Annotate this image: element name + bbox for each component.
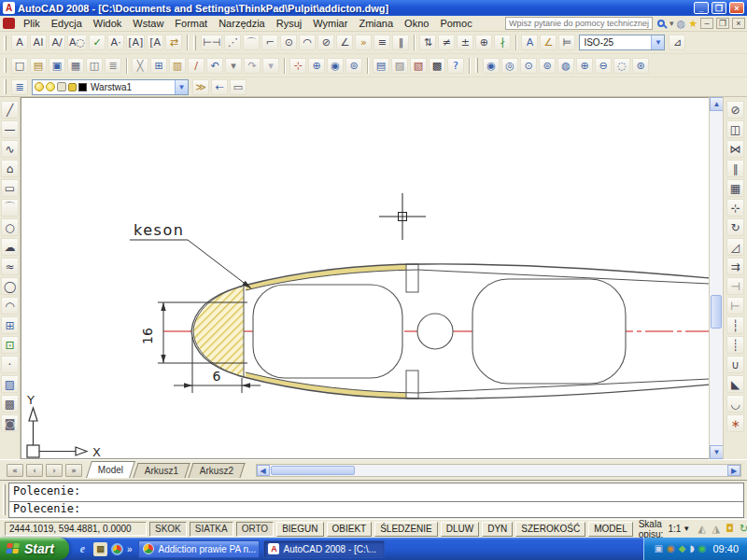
- tab-arkusz2[interactable]: Arkusz2: [189, 463, 246, 478]
- zoom-extents-icon[interactable]: ⊛: [632, 58, 649, 74]
- spell-check-icon[interactable]: ✓: [89, 35, 106, 50]
- ellipse-arc-icon[interactable]: ◠: [1, 297, 19, 315]
- scroll-left-icon[interactable]: ◀: [257, 465, 270, 476]
- vertical-scroll-thumb[interactable]: [711, 295, 722, 329]
- toggle-dyn[interactable]: DYN: [482, 522, 513, 537]
- move-icon[interactable]: ⊹: [726, 199, 744, 217]
- last-tab-icon[interactable]: »: [65, 464, 82, 477]
- toggle-siatka[interactable]: SIATKA: [190, 522, 233, 537]
- arc-icon[interactable]: ⌒: [1, 199, 19, 217]
- make-block-icon[interactable]: ⊡: [1, 336, 19, 354]
- tab-model[interactable]: Model: [86, 461, 135, 478]
- rectangle-icon[interactable]: ▭: [1, 179, 19, 197]
- menu-format[interactable]: Format: [169, 17, 213, 30]
- markup-set-manager-icon[interactable]: ▨: [391, 58, 408, 74]
- arc-length-icon[interactable]: ⌒: [243, 35, 260, 50]
- zoom-window-button-icon[interactable]: ◉: [327, 58, 344, 74]
- break-icon[interactable]: ┊: [726, 336, 744, 354]
- publish-icon[interactable]: ≣: [105, 58, 121, 74]
- stretch-icon[interactable]: ⇉: [726, 258, 744, 275]
- angular-icon[interactable]: ∠: [336, 35, 353, 50]
- menu-rysuj[interactable]: Rysuj: [271, 17, 308, 30]
- scroll-up-icon[interactable]: ▲: [710, 97, 724, 111]
- annotation-scale-value[interactable]: 1:1▼: [666, 524, 692, 534]
- command-history[interactable]: Polecenie:: [8, 483, 744, 502]
- justify-text-icon[interactable]: [A: [147, 35, 163, 50]
- tolerance-icon[interactable]: ±: [457, 35, 473, 50]
- spline-icon[interactable]: ≈: [1, 258, 19, 275]
- tray-settings-icon[interactable]: ↻: [737, 522, 747, 536]
- minimize-button[interactable]: _: [694, 2, 709, 14]
- region-icon[interactable]: ◙: [1, 414, 19, 432]
- tab-arkusz1[interactable]: Arkusz1: [134, 463, 190, 478]
- single-line-text-icon[interactable]: AI: [30, 35, 47, 50]
- quick-dimension-icon[interactable]: »: [355, 35, 372, 50]
- dimension-style-icon[interactable]: ⊿: [669, 35, 685, 50]
- update-icon[interactable]: ◉: [667, 544, 675, 553]
- lock-toolbars-icon[interactable]: ◘: [723, 522, 737, 536]
- redo-dropdown-icon[interactable]: ▾: [262, 58, 279, 74]
- start-button[interactable]: Start: [0, 538, 69, 560]
- communication-center-icon[interactable]: ◍: [677, 18, 686, 30]
- taskbar-task-autocad[interactable]: A AutoCAD 2008 - [C:\...: [263, 540, 385, 558]
- toggle-obiekt[interactable]: OBIEKT: [327, 522, 373, 537]
- horizontal-scroll-thumb[interactable]: [271, 466, 355, 475]
- point-icon[interactable]: ·: [1, 356, 19, 373]
- block-editor-icon[interactable]: ▧: [410, 58, 427, 74]
- command-input[interactable]: Polecenie:: [8, 502, 744, 518]
- find-text-icon[interactable]: A◌: [67, 35, 87, 50]
- zoom-window-icon[interactable]: ◉: [483, 58, 500, 74]
- doc-restore-button[interactable]: ❐: [716, 18, 729, 29]
- linear-dimension-icon[interactable]: ⊢⊣: [201, 35, 222, 50]
- toggle-biegun[interactable]: BIEGUN: [276, 522, 323, 537]
- diameter-icon[interactable]: ⊘: [317, 35, 334, 50]
- insert-block-icon[interactable]: ⊞: [1, 316, 19, 334]
- dimension-text-edit-icon[interactable]: A: [521, 35, 538, 50]
- match-properties-icon[interactable]: ∕: [188, 58, 204, 74]
- taskbar-clock[interactable]: 09:40: [712, 543, 739, 554]
- continue-dimension-icon[interactable]: ‖: [392, 35, 409, 50]
- drawing-canvas[interactable]: keson 16: [21, 97, 709, 459]
- toggle-model[interactable]: MODEL: [588, 522, 633, 537]
- polyline-icon[interactable]: ∿: [1, 140, 19, 158]
- audio-icon[interactable]: ◆: [679, 544, 686, 553]
- dimension-oblique-icon[interactable]: ∠: [540, 35, 557, 50]
- toggle-orto[interactable]: ORTO: [236, 522, 275, 537]
- edit-text-icon[interactable]: A∕: [49, 35, 65, 50]
- command-window-grip[interactable]: [3, 484, 6, 515]
- radius-icon[interactable]: ⊙: [280, 35, 297, 50]
- toggle-dluw[interactable]: DLUW: [441, 522, 479, 537]
- toolbar-grip[interactable]: [4, 79, 7, 94]
- scroll-down-icon[interactable]: ▼: [710, 445, 724, 459]
- paste-icon[interactable]: ▥: [169, 58, 186, 74]
- multiline-text-icon[interactable]: A: [11, 35, 28, 50]
- ellipse-icon[interactable]: ◯: [1, 277, 19, 295]
- quickcalc-icon[interactable]: ▩: [429, 58, 445, 74]
- circle-icon[interactable]: ○: [1, 218, 19, 236]
- layer-freeze-icon[interactable]: [46, 82, 55, 91]
- extend-icon[interactable]: ⊢: [726, 297, 744, 315]
- layer-dropdown[interactable]: Warstwa1 ▼: [32, 79, 189, 95]
- menu-widok[interactable]: Widok: [88, 17, 128, 30]
- zoom-out-icon[interactable]: ⊖: [595, 58, 612, 74]
- aligned-dimension-icon[interactable]: ⋰: [224, 35, 241, 50]
- explode-icon[interactable]: ∗: [726, 414, 744, 432]
- hatch-icon[interactable]: ▨: [1, 375, 19, 393]
- line-icon[interactable]: ╱: [1, 101, 19, 119]
- zoom-scale-icon[interactable]: ⊙: [520, 58, 537, 74]
- join-icon[interactable]: ∪: [726, 356, 744, 373]
- menu-plik[interactable]: Plik: [18, 17, 46, 30]
- cut-icon[interactable]: ╳: [132, 58, 148, 74]
- favorites-star-icon[interactable]: ★: [688, 18, 698, 30]
- chevron-down-icon[interactable]: ▼: [651, 35, 664, 49]
- search-dropdown-icon[interactable]: ▾: [669, 19, 674, 28]
- dimension-edit-icon[interactable]: ∤: [494, 35, 511, 50]
- annotation-autoscale-icon[interactable]: ◮: [709, 522, 723, 536]
- toolbar-grip[interactable]: [4, 35, 7, 50]
- redo-icon[interactable]: ↷: [244, 58, 261, 74]
- doc-close-button[interactable]: ×: [732, 18, 745, 29]
- menu-wstaw[interactable]: Wstaw: [127, 17, 169, 30]
- erase-icon[interactable]: ⊘: [726, 101, 744, 119]
- search-icon[interactable]: [657, 20, 665, 27]
- toolbar-grip[interactable]: [475, 58, 478, 73]
